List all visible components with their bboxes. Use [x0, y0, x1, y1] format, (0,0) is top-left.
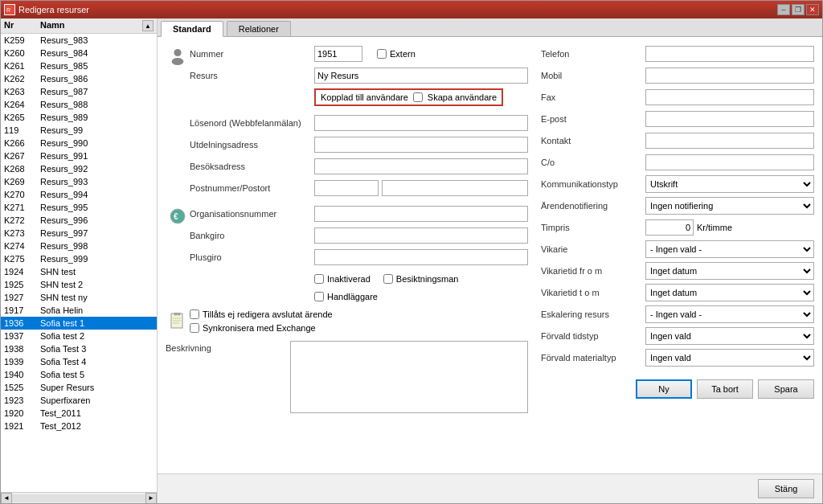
- telefon-input[interactable]: [645, 46, 814, 62]
- list-item[interactable]: K262Resurs_986: [1, 72, 157, 85]
- nummer-area: Extern: [314, 46, 416, 62]
- plusgiro-input[interactable]: [314, 249, 528, 265]
- spara-button[interactable]: Spara: [758, 379, 814, 399]
- arendenotifiering-select[interactable]: Ingen notifiering E-post SMS: [645, 197, 814, 215]
- tillats-checkbox[interactable]: [190, 309, 199, 319]
- list-item[interactable]: K268Resurs_992: [1, 162, 157, 175]
- list-item[interactable]: 1939Sofia Test 4: [1, 355, 157, 368]
- fax-input[interactable]: [645, 89, 814, 105]
- list-item[interactable]: K261Resurs_985: [1, 59, 157, 72]
- vikarie-select[interactable]: - Ingen vald -: [645, 240, 814, 258]
- ta-bort-button[interactable]: Ta bort: [697, 379, 753, 399]
- list-item[interactable]: K265Resurs_989: [1, 111, 157, 124]
- vikarietid-tom-select[interactable]: Inget datum: [645, 284, 814, 301]
- kontakt-input[interactable]: [645, 133, 814, 149]
- list-item[interactable]: 1921Test_2012: [1, 420, 157, 432]
- main-window: R Redigera resurser – ❐ ✕ Nr Namn ▲ K259…: [0, 0, 823, 504]
- forvald-materialtyp-select[interactable]: Ingen vald: [645, 349, 814, 367]
- list-item[interactable]: K275Resurs_999: [1, 252, 157, 265]
- besiktningsman-check: Besiktningsman: [383, 274, 459, 284]
- list-item[interactable]: 1917Sofia Helin: [1, 304, 157, 317]
- postnummer-split: [314, 180, 528, 196]
- list-item[interactable]: K270Resurs_994: [1, 188, 157, 201]
- list-item[interactable]: 1925SHN test 2: [1, 278, 157, 291]
- scroll-right-button[interactable]: ►: [145, 493, 157, 504]
- list-item[interactable]: K260Resurs_984: [1, 47, 157, 59]
- vikarietid-from-select[interactable]: Inget datum: [645, 262, 814, 280]
- beskrivning-row: Beskrivning: [166, 341, 528, 413]
- horizontal-scroll-track[interactable]: [12, 494, 145, 502]
- timpris-input[interactable]: [645, 219, 694, 236]
- person-icon: [170, 48, 186, 66]
- window-controls: – ❐ ✕: [777, 4, 819, 15]
- epost-label: E-post: [541, 114, 645, 124]
- resource-list[interactable]: K259Resurs_983K260Resurs_984K261Resurs_9…: [1, 34, 157, 492]
- nummer-label: Nummer: [190, 49, 314, 59]
- nummer-fields: Nummer Extern: [190, 45, 528, 201]
- list-item[interactable]: 1920Test_2011: [1, 407, 157, 420]
- bankgiro-input[interactable]: [314, 227, 528, 244]
- list-item[interactable]: 1924SHN test: [1, 265, 157, 278]
- inaktiverad-checkbox[interactable]: [314, 274, 324, 284]
- epost-input[interactable]: [645, 111, 814, 127]
- list-item[interactable]: K271Resurs_995: [1, 201, 157, 214]
- timpris-unit: Kr/timme: [697, 223, 732, 232]
- co-input[interactable]: [645, 154, 814, 170]
- mobil-input[interactable]: [645, 68, 814, 84]
- list-item[interactable]: K273Resurs_997: [1, 227, 157, 240]
- list-item[interactable]: K272Resurs_996: [1, 214, 157, 227]
- utdelningsadress-input[interactable]: [314, 137, 528, 153]
- handlaggare-label: Handläggare: [327, 292, 378, 301]
- list-item[interactable]: 1525Super Resurs: [1, 381, 157, 394]
- losenord-input[interactable]: [314, 115, 528, 131]
- stang-button[interactable]: Stäng: [758, 479, 814, 498]
- list-item[interactable]: 119Resurs_99: [1, 124, 157, 137]
- list-item[interactable]: 1936Sofia test 1: [1, 317, 157, 330]
- handlaggare-check: Handläggare: [314, 292, 378, 301]
- postnummer-input[interactable]: [314, 180, 379, 196]
- list-item[interactable]: K259Resurs_983: [1, 34, 157, 47]
- extern-checkbox[interactable]: [377, 49, 387, 59]
- tab-relationer[interactable]: Relationer: [227, 21, 291, 36]
- svg-point-2: [174, 49, 181, 56]
- handlaggare-checkbox[interactable]: [314, 292, 324, 301]
- eskalering-select[interactable]: - Ingen vald -: [645, 305, 814, 323]
- besiktningsman-checkbox[interactable]: [383, 274, 393, 284]
- besoksadress-input[interactable]: [314, 158, 528, 174]
- list-item[interactable]: 1938Sofia Test 3: [1, 342, 157, 355]
- list-item[interactable]: K267Resurs_991: [1, 150, 157, 162]
- beskrivning-textarea[interactable]: [290, 341, 528, 413]
- left-panel: Nr Namn ▲ K259Resurs_983K260Resurs_984K2…: [1, 18, 158, 503]
- nummer-input[interactable]: [314, 46, 362, 62]
- resurs-input[interactable]: [314, 68, 528, 84]
- title-bar: R Redigera resurser – ❐ ✕: [1, 1, 822, 18]
- forvald-tidstyp-select[interactable]: Ingen vald: [645, 327, 814, 345]
- list-item[interactable]: 1940Sofia test 5: [1, 368, 157, 381]
- kommunikationstyp-label: Kommunikationstyp: [541, 179, 645, 189]
- skapa-anvandare-checkbox[interactable]: [413, 92, 423, 102]
- list-item[interactable]: K266Resurs_990: [1, 137, 157, 150]
- minimize-button[interactable]: –: [777, 4, 790, 15]
- org-input[interactable]: [314, 206, 528, 222]
- ny-button[interactable]: Ny: [636, 379, 692, 399]
- resurs-row: Resurs: [190, 67, 528, 84]
- list-item[interactable]: K264Resurs_988: [1, 98, 157, 111]
- list-item[interactable]: 1937Sofia test 2: [1, 330, 157, 342]
- scroll-left-button[interactable]: ◄: [1, 493, 12, 504]
- list-item[interactable]: K263Resurs_987: [1, 85, 157, 98]
- scroll-up-button[interactable]: ▲: [142, 20, 154, 31]
- list-item[interactable]: K269Resurs_993: [1, 175, 157, 188]
- list-header: Nr Namn ▲: [1, 18, 157, 34]
- list-item[interactable]: K274Resurs_998: [1, 240, 157, 252]
- tillats-check: Tillåts ej redigera avslutat ärende: [190, 309, 528, 319]
- list-item[interactable]: 1923Superfixaren: [1, 394, 157, 407]
- synkronisera-checkbox[interactable]: [190, 323, 199, 333]
- list-item[interactable]: 1927SHN test ny: [1, 291, 157, 304]
- postort-input[interactable]: [382, 180, 528, 196]
- tab-standard[interactable]: Standard: [161, 21, 223, 37]
- close-button[interactable]: ✕: [806, 4, 819, 15]
- app-icon: R: [4, 4, 15, 15]
- kommunikationstyp-select[interactable]: Utskrift E-post SMS: [645, 175, 814, 193]
- kontakt-row: Kontakt: [541, 132, 814, 150]
- restore-button[interactable]: ❐: [792, 4, 805, 15]
